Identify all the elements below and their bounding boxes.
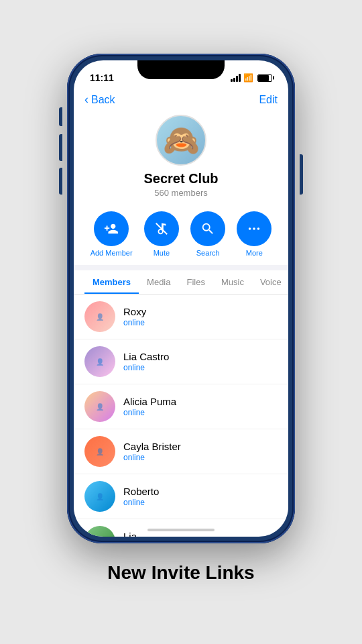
search-button[interactable]: Search — [190, 211, 225, 257]
list-item[interactable]: 👤 Lia online — [74, 519, 288, 537]
list-item[interactable]: 👤 Lia Castro online — [74, 339, 288, 384]
volume-down-button — [59, 168, 62, 195]
group-avatar: 🙈 — [156, 115, 206, 166]
member-avatar: 👤 — [84, 481, 115, 512]
chevron-left-icon: ‹ — [84, 93, 88, 107]
svg-point-2 — [253, 227, 256, 230]
add-member-label: Add Member — [90, 249, 133, 257]
mute-icon-circle — [144, 211, 179, 246]
member-info: Lia online — [123, 531, 145, 537]
phone-screen: 11:11 📶 ‹ B — [74, 60, 288, 537]
svg-point-3 — [257, 227, 260, 230]
tab-media[interactable]: Media — [139, 270, 178, 294]
member-info: Lia Castro online — [123, 351, 169, 372]
add-member-icon — [104, 221, 119, 236]
tabs-bar: Members Media Files Music Voice Li... — [74, 270, 288, 294]
nav-header: ‹ Back Edit — [74, 90, 288, 112]
list-item[interactable]: 👤 Alicia Puma online — [74, 384, 288, 429]
notch — [137, 60, 225, 79]
more-button[interactable]: More — [237, 211, 272, 257]
list-item[interactable]: 👤 Roxy online — [74, 294, 288, 339]
mute-icon — [154, 221, 169, 236]
volume-up-button — [59, 134, 62, 161]
search-icon — [200, 221, 215, 236]
silent-button — [59, 107, 62, 126]
member-info: Roberto online — [123, 486, 159, 507]
member-name: Roberto — [123, 486, 159, 497]
signal-icon — [231, 74, 241, 82]
member-info: Alicia Puma online — [123, 396, 176, 417]
tab-voice[interactable]: Voice — [252, 270, 288, 294]
battery-icon — [257, 74, 272, 82]
mute-label: Mute — [154, 249, 170, 257]
bottom-title: New Invite Links — [94, 562, 267, 584]
section-divider — [74, 265, 288, 270]
tab-files[interactable]: Files — [179, 270, 213, 294]
tab-members[interactable]: Members — [84, 270, 139, 294]
group-members-count: 560 members — [154, 188, 207, 198]
edit-button[interactable]: Edit — [259, 94, 278, 106]
more-label: More — [246, 249, 263, 257]
member-avatar: 👤 — [84, 391, 115, 422]
add-member-button[interactable]: Add Member — [90, 211, 133, 257]
home-indicator — [147, 529, 215, 531]
member-avatar: 👤 — [84, 346, 115, 377]
power-button — [300, 154, 303, 195]
mute-button[interactable]: Mute — [144, 211, 179, 257]
back-label: Back — [91, 94, 115, 106]
member-name: Lia — [123, 531, 145, 537]
list-item[interactable]: 👤 Roberto online — [74, 474, 288, 519]
search-icon-circle — [190, 211, 225, 246]
wifi-icon: 📶 — [243, 73, 253, 83]
member-info: Roxy online — [123, 306, 146, 327]
member-status: online — [123, 363, 169, 372]
phone-shell: 11:11 📶 ‹ B — [67, 54, 295, 543]
member-status: online — [123, 498, 159, 507]
add-member-icon-circle — [94, 211, 129, 246]
member-status: online — [123, 318, 146, 327]
member-name: Roxy — [123, 306, 146, 317]
back-button[interactable]: ‹ Back — [84, 93, 115, 107]
action-buttons: Add Member Mute — [74, 206, 288, 265]
member-avatar: 👤 — [84, 436, 115, 467]
member-avatar: 👤 — [84, 301, 115, 332]
status-icons: 📶 — [231, 73, 272, 83]
member-status: online — [123, 408, 176, 417]
member-name: Lia Castro — [123, 351, 169, 362]
page-wrapper: 11:11 📶 ‹ B — [0, 0, 362, 644]
member-avatar: 👤 — [84, 526, 115, 537]
group-info: 🙈 Secret Club 560 members — [74, 112, 288, 206]
status-time: 11:11 — [90, 72, 114, 83]
members-list: 👤 Roxy online 👤 Lia Castro online 👤 Alic… — [74, 294, 288, 537]
more-icon-circle — [237, 211, 272, 246]
tab-music[interactable]: Music — [213, 270, 252, 294]
member-name: Alicia Puma — [123, 396, 176, 407]
search-label: Search — [196, 249, 220, 257]
more-icon — [247, 221, 261, 236]
svg-point-1 — [249, 227, 251, 230]
member-name: Cayla Brister — [123, 441, 181, 452]
group-avatar-emoji: 🙈 — [163, 125, 200, 155]
group-name: Secret Club — [143, 171, 218, 186]
list-item[interactable]: 👤 Cayla Brister online — [74, 429, 288, 474]
member-status: online — [123, 453, 181, 462]
member-info: Cayla Brister online — [123, 441, 181, 462]
